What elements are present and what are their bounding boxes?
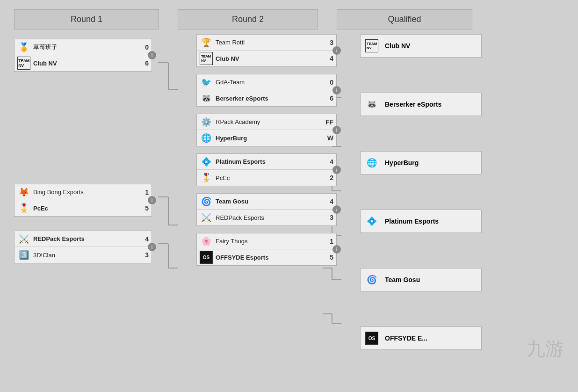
team-score: 4 bbox=[137, 235, 149, 243]
info-badge-r2m3[interactable]: i bbox=[332, 126, 341, 134]
teamgosu-logo: 🌀 bbox=[200, 195, 213, 208]
team-row: 🌐 HyperBurg W bbox=[197, 130, 336, 146]
q6-wrapper: OS OFFSYDE E... bbox=[360, 327, 482, 350]
team-score: 3 bbox=[322, 214, 333, 221]
watermark: 九游 bbox=[527, 336, 564, 362]
team-row: 🦊 Bing Bong Exports 1 bbox=[14, 184, 152, 200]
team-name: GdA-Team bbox=[216, 79, 322, 86]
team-score: 4 bbox=[322, 198, 333, 205]
team-name: Team Rotti bbox=[216, 39, 322, 46]
gap1 bbox=[159, 9, 178, 29]
content-area: 🏅 草莓班子 0 TEAM NV Club NV 6 i bbox=[14, 34, 564, 362]
team-row: TEAM NV Club NV 4 bbox=[197, 51, 336, 66]
q4-wrapper: 💠 Platinum Esports bbox=[360, 210, 482, 233]
r2-match5: 🌀 Team Gosu 4 ⚔️ REDPack Esports 3 bbox=[196, 193, 337, 226]
team-score: 5 bbox=[322, 254, 333, 261]
team-score: 1 bbox=[137, 189, 149, 196]
info-badge-r1m2[interactable]: i bbox=[148, 196, 156, 204]
q1-wrapper: TEAM NV Club NV bbox=[360, 34, 482, 58]
q6-name: OFFSYDE E... bbox=[385, 334, 427, 342]
info-badge-r2m2[interactable]: i bbox=[332, 86, 341, 94]
headers-row: Round 1 Round 2 Qualified bbox=[14, 9, 564, 29]
round1-column: 🏅 草莓班子 0 TEAM NV Club NV 6 i bbox=[14, 39, 159, 263]
q5-box: 🌀 Team Gosu bbox=[360, 268, 482, 291]
qualified-column: TEAM NV Club NV 🦝 Berserker eSports 🌐 Hy… bbox=[341, 34, 500, 350]
team-score: 3 bbox=[322, 39, 333, 46]
team-name: Club NV bbox=[33, 60, 137, 67]
r2-match2: 🐦 GdA-Team 0 🦝 Berserker eSports 6 bbox=[196, 74, 337, 107]
q5-wrapper: 🌀 Team Gosu bbox=[360, 268, 482, 291]
q6-box: OS OFFSYDE E... bbox=[360, 327, 482, 350]
info-badge-r2m5[interactable]: i bbox=[332, 205, 341, 214]
r2-match3: ⚙️ RPack Academy FF 🌐 HyperBurg W bbox=[196, 114, 337, 146]
team-score: 4 bbox=[322, 55, 333, 62]
berserker-logo: 🦝 bbox=[200, 92, 213, 105]
team-row: 🎖️ PcEc 5 bbox=[14, 200, 152, 216]
team-name: REDPack Esports bbox=[33, 235, 137, 242]
qualified-header-spacer: Qualified bbox=[337, 9, 472, 29]
gap2 bbox=[318, 9, 337, 29]
teamrotti-logo: 🏆 bbox=[200, 36, 213, 49]
q1-name: Club NV bbox=[385, 42, 410, 50]
pcec2-logo: 🎖️ bbox=[200, 171, 213, 184]
redpack2-logo: ⚔️ bbox=[200, 211, 213, 224]
info-badge-r1m1[interactable]: i bbox=[148, 51, 156, 59]
r2-match1: 🏆 Team Rotti 3 TEAM NV Club NV 4 bbox=[196, 34, 337, 67]
q1-box: TEAM NV Club NV bbox=[360, 34, 482, 58]
info-badge-r2m6[interactable]: i bbox=[332, 245, 341, 254]
team-score: 6 bbox=[322, 94, 333, 102]
team-row: ⚔️ REDPack Esports 4 bbox=[14, 231, 152, 247]
team-row: 🌀 Team Gosu 4 bbox=[197, 194, 336, 210]
r2-match4-wrapper: 💠 Platinum Esports 4 🎖️ PcEc 2 i bbox=[196, 153, 337, 186]
team-score: FF bbox=[322, 118, 333, 126]
redpack-logo: ⚔️ bbox=[17, 232, 30, 246]
platinum-logo: 💠 bbox=[200, 155, 213, 168]
team-name: Berserker eSports bbox=[216, 95, 322, 102]
team-row: ⚙️ RPack Academy FF bbox=[197, 114, 336, 130]
hyperburg-logo: 🌐 bbox=[200, 131, 213, 145]
team-row: OS OFFSYDE Esports 5 bbox=[197, 249, 336, 265]
q2-wrapper: 🦝 Berserker eSports bbox=[360, 93, 482, 116]
info-badge-r2m1[interactable]: i bbox=[332, 46, 341, 55]
team-name: Club NV bbox=[216, 55, 322, 62]
q2-box: 🦝 Berserker eSports bbox=[360, 93, 482, 116]
r2-match1-wrapper: 🏆 Team Rotti 3 TEAM NV Club NV 4 i bbox=[196, 34, 337, 67]
team-row: ⚔️ REDPack Esports 3 bbox=[197, 210, 336, 225]
q2-logo: 🦝 bbox=[365, 98, 378, 111]
team-row: TEAM NV Club NV 6 bbox=[14, 55, 152, 71]
r1-match3-wrapper: ⚔️ REDPack Esports 4 3️⃣ 3D!Clan 3 i bbox=[14, 231, 152, 263]
team-score: 5 bbox=[137, 204, 149, 212]
q4-logo: 💠 bbox=[365, 215, 378, 228]
team-score: 3 bbox=[137, 251, 149, 259]
q4-name: Platinum Esports bbox=[385, 218, 439, 225]
round2-header-spacer: Round 2 bbox=[178, 9, 318, 29]
info-badge-r1m3[interactable]: i bbox=[148, 243, 156, 251]
team-row: 💠 Platinum Esports 4 bbox=[197, 154, 336, 170]
team-name: 3D!Clan bbox=[33, 252, 137, 259]
team-score: 0 bbox=[137, 44, 149, 51]
team-name: OFFSYDE Esports bbox=[216, 254, 322, 261]
team-score: 6 bbox=[137, 59, 149, 67]
q3-box: 🌐 HyperBurg bbox=[360, 151, 482, 174]
team-score: 1 bbox=[322, 238, 333, 245]
team-score: 2 bbox=[322, 174, 333, 181]
bingbong-logo: 🦊 bbox=[17, 186, 30, 199]
team-name: Fairy Thugs bbox=[216, 238, 322, 245]
3di-logo: 3️⃣ bbox=[17, 248, 30, 261]
team-row: 3️⃣ 3D!Clan 3 bbox=[14, 247, 152, 263]
r1-match2: 🦊 Bing Bong Exports 1 🎖️ PcEc 5 bbox=[14, 184, 152, 217]
q3-logo: 🌐 bbox=[365, 156, 378, 169]
team-name: PcEc bbox=[216, 174, 322, 181]
team-name: RPack Academy bbox=[216, 118, 322, 125]
q3-name: HyperBurg bbox=[385, 159, 419, 167]
info-badge-r2m4[interactable]: i bbox=[332, 166, 341, 174]
team-name: Platinum Esports bbox=[216, 158, 322, 165]
pcec-logo: 🎖️ bbox=[17, 202, 30, 215]
team-row: 🐦 GdA-Team 0 bbox=[197, 74, 336, 90]
team-name: PcEc bbox=[33, 205, 137, 212]
round2-column: 🏆 Team Rotti 3 TEAM NV Club NV 4 i bbox=[178, 34, 346, 266]
q5-name: Team Gosu bbox=[385, 276, 420, 283]
team-row: 🎖️ PcEc 2 bbox=[197, 170, 336, 186]
clubnv2-logo: TEAM NV bbox=[200, 52, 213, 65]
r1-match2-wrapper: 🦊 Bing Bong Exports 1 🎖️ PcEc 5 i bbox=[14, 184, 152, 217]
